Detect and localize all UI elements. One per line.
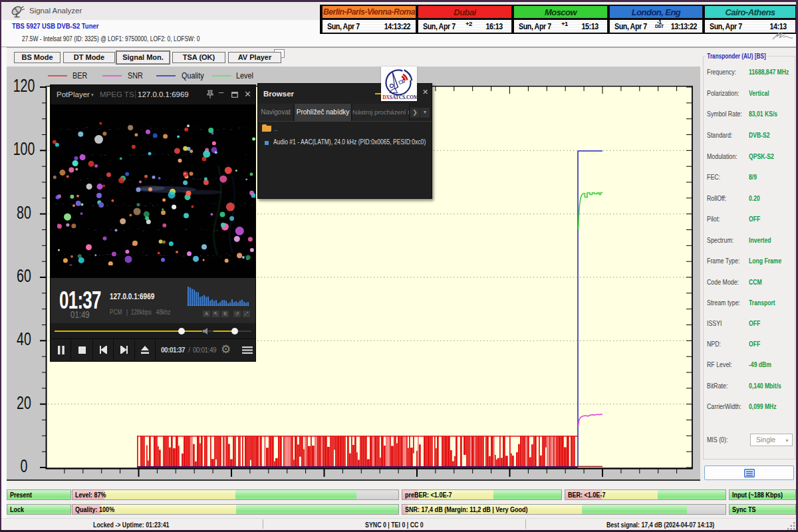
svg-text:DXSATCS.COM: DXSATCS.COM bbox=[382, 94, 417, 101]
